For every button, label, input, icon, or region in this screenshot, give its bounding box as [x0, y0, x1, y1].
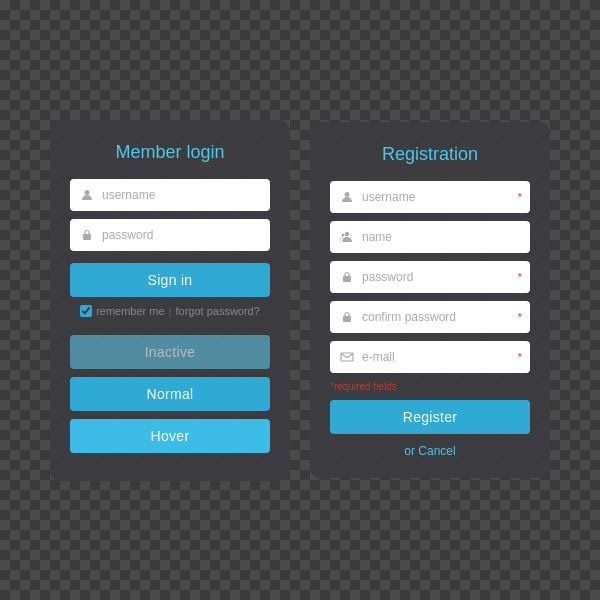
email-required-star: * [518, 352, 522, 363]
login-title: Member login [70, 142, 270, 163]
username-required-star: * [518, 192, 522, 203]
svg-point-0 [85, 190, 90, 195]
reg-confirm-input[interactable] [362, 310, 517, 324]
lock-icon [78, 226, 96, 244]
login-password-wrapper [70, 219, 270, 251]
svg-point-2 [345, 192, 350, 197]
reg-password-input[interactable] [362, 270, 517, 284]
svg-point-3 [345, 232, 349, 236]
reg-confirm-lock-icon [338, 308, 356, 326]
svg-rect-1 [83, 234, 91, 240]
divider: | [169, 305, 172, 317]
reg-user-icon [338, 188, 356, 206]
svg-rect-5 [343, 276, 351, 282]
email-icon [338, 348, 356, 366]
registration-card: Registration * [310, 122, 550, 478]
reg-username-wrapper: * [330, 181, 530, 213]
register-button[interactable]: Register [330, 400, 530, 434]
reg-name-input[interactable] [362, 230, 522, 244]
reg-lock-icon [338, 268, 356, 286]
reg-username-inner: * [362, 190, 522, 204]
reg-confirm-inner: * [362, 310, 522, 324]
required-note: *required fields [330, 381, 530, 392]
svg-point-4 [342, 234, 345, 237]
svg-rect-6 [343, 316, 351, 322]
reg-username-input[interactable] [362, 190, 517, 204]
user-icon [78, 186, 96, 204]
normal-button[interactable]: Normal [70, 377, 270, 411]
reg-name-wrapper [330, 221, 530, 253]
registration-title: Registration [330, 144, 530, 165]
reg-password-inner: * [362, 270, 522, 284]
remember-row: remember me | forgot password? [70, 305, 270, 317]
login-username-input[interactable] [102, 188, 262, 202]
reg-password-wrapper: * [330, 261, 530, 293]
remember-label: remember me [96, 305, 164, 317]
hover-button[interactable]: Hover [70, 419, 270, 453]
reg-confirm-wrapper: * [330, 301, 530, 333]
login-password-input[interactable] [102, 228, 262, 242]
login-username-wrapper [70, 179, 270, 211]
inactive-button[interactable]: Inactive [70, 335, 270, 369]
cancel-link[interactable]: or Cancel [330, 444, 530, 458]
password-required-star: * [518, 272, 522, 283]
reg-email-wrapper: * [330, 341, 530, 373]
reg-email-input[interactable] [362, 350, 517, 364]
forgot-password-link[interactable]: forgot password? [175, 305, 259, 317]
reg-email-inner: * [362, 350, 522, 364]
confirm-required-star: * [518, 312, 522, 323]
remember-checkbox[interactable] [80, 305, 92, 317]
login-card: Member login Sign in remember me | forgo… [50, 120, 290, 481]
reg-name-icon [338, 228, 356, 246]
signin-button[interactable]: Sign in [70, 263, 270, 297]
